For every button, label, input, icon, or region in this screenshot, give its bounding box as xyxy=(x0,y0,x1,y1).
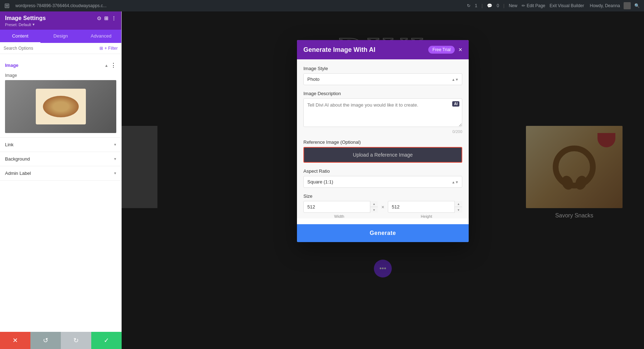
layout-icon[interactable]: ⊞ xyxy=(104,15,108,21)
new-link[interactable]: New xyxy=(509,3,517,8)
modal-overlay: Generate Image With AI Free Trial × Imag… xyxy=(122,11,644,349)
aspect-ratio-label: Aspect Ratio xyxy=(303,168,462,174)
preset-arrow-icon: ▾ xyxy=(33,22,35,27)
confirm-button[interactable]: ✓ xyxy=(91,332,122,349)
generate-image-modal: Generate Image With AI Free Trial × Imag… xyxy=(297,40,469,242)
height-input[interactable] xyxy=(388,201,462,213)
section-background: Background ▾ xyxy=(0,152,121,166)
image-description-label: Image Description xyxy=(303,91,462,96)
counter-badge: 1 xyxy=(475,3,477,8)
comment-icon: 💬 xyxy=(487,3,492,8)
redo-icon: ↻ xyxy=(73,336,79,344)
tab-design[interactable]: Design xyxy=(40,30,81,43)
tab-advanced[interactable]: Advanced xyxy=(81,30,121,43)
generate-button[interactable]: Generate xyxy=(297,224,469,242)
sidebar-title-icons: ⊙ ⊞ ⋮ xyxy=(97,15,116,21)
width-input[interactable] xyxy=(303,201,378,213)
collapse-icon[interactable]: ▲ xyxy=(104,63,108,68)
section-admin-label: Admin Label ▾ xyxy=(0,166,121,181)
modal-footer: Generate xyxy=(297,224,469,242)
chevron-down-icon-3: ▾ xyxy=(114,171,116,176)
page-background: DIVI BAKERY Savory Snacks ••• xyxy=(122,11,644,349)
char-count: 0/200 xyxy=(303,129,462,134)
exit-builder-link[interactable]: Exit Visual Builder xyxy=(550,3,584,8)
reference-image-label: Reference Image (Optional) xyxy=(303,139,462,145)
width-increment-button[interactable]: ▲ xyxy=(370,201,378,207)
pencil-icon: ✏ xyxy=(522,3,525,8)
avatar xyxy=(624,2,631,9)
comment-count: 0 xyxy=(497,3,499,8)
size-group: Size ▲ ▼ × xyxy=(303,193,462,218)
image-preview-box[interactable] xyxy=(5,80,116,133)
free-trial-badge: Free Trial xyxy=(428,46,455,54)
section-link: Link ▾ xyxy=(0,138,121,152)
edit-page-link[interactable]: ✏ Edit Page xyxy=(522,3,545,8)
main-layout: Image Settings ⊙ ⊞ ⋮ Preset: Default ▾ C… xyxy=(0,11,644,349)
image-style-label: Image Style xyxy=(303,66,462,71)
modal-body: Image Style Photo Illustration Abstract … xyxy=(297,59,469,218)
image-style-group: Image Style Photo Illustration Abstract … xyxy=(303,66,462,85)
food-image-thumbnail xyxy=(36,89,86,124)
more-options-icon[interactable]: ⋮ xyxy=(111,15,116,21)
sidebar-tabs: Content Design Advanced xyxy=(0,30,121,43)
content-area: DIVI BAKERY Savory Snacks ••• xyxy=(122,11,644,349)
height-spinners: ▲ ▼ xyxy=(454,201,462,213)
tab-content[interactable]: Content xyxy=(0,30,40,43)
image-style-select[interactable]: Photo Illustration Abstract Cartoon xyxy=(303,73,462,85)
size-labels-row: Width Height xyxy=(303,214,462,218)
height-label: Height xyxy=(391,214,462,218)
section-image-header[interactable]: Image ▲ ⋮ xyxy=(0,58,121,73)
section-link-header[interactable]: Link ▾ xyxy=(0,138,121,152)
preset-label: Preset: Default xyxy=(5,23,31,27)
cancel-button[interactable]: ✕ xyxy=(0,332,30,349)
redo-button[interactable]: ↻ xyxy=(61,332,91,349)
size-separator: × xyxy=(381,204,384,210)
section-image-title: Image xyxy=(5,63,19,68)
section-link-title: Link xyxy=(5,142,14,147)
width-decrement-button[interactable]: ▼ xyxy=(370,207,378,213)
undo-button[interactable]: ↺ xyxy=(30,332,61,349)
height-decrement-button[interactable]: ▼ xyxy=(455,207,462,213)
cancel-icon: ✕ xyxy=(13,336,18,344)
filter-icon: ⊞ xyxy=(99,46,103,51)
confirm-icon: ✓ xyxy=(104,336,109,344)
modal-close-button[interactable]: × xyxy=(458,46,462,54)
sidebar: Image Settings ⊙ ⊞ ⋮ Preset: Default ▾ C… xyxy=(0,11,122,349)
search-icon[interactable]: 🔍 xyxy=(634,3,640,8)
section-admin-label-title: Admin Label xyxy=(5,171,31,176)
image-label: Image xyxy=(5,73,116,78)
undo-icon: ↺ xyxy=(43,336,48,344)
chevron-down-icon-2: ▾ xyxy=(114,157,116,161)
user-greeting: Howdy, Deanna xyxy=(590,3,620,8)
more-icon[interactable]: ⋮ xyxy=(111,62,116,69)
visibility-icon[interactable]: ⊙ xyxy=(97,15,101,21)
image-description-group: Image Description AI 0/200 xyxy=(303,91,462,134)
admin-bar: ⊞ wordpress-784896-3766464.cloudwaysapps… xyxy=(0,0,644,11)
aspect-ratio-group: Aspect Ratio Square (1:1) Landscape (16:… xyxy=(303,168,462,188)
admin-bar-right: Howdy, Deanna 🔍 xyxy=(590,2,640,9)
filter-button[interactable]: ⊞ + Filter xyxy=(99,46,118,51)
sidebar-header: Image Settings ⊙ ⊞ ⋮ Preset: Default ▾ xyxy=(0,11,121,30)
aspect-ratio-select[interactable]: Square (1:1) Landscape (16:9) Portrait (… xyxy=(303,176,462,188)
sidebar-search-bar: ⊞ + Filter xyxy=(0,43,121,54)
search-input[interactable] xyxy=(4,46,99,51)
upload-reference-button[interactable]: Upload a Reference Image xyxy=(303,147,462,163)
section-image-icons: ▲ ⋮ xyxy=(104,62,116,69)
width-spinners: ▲ ▼ xyxy=(370,201,378,213)
modal-header: Generate Image With AI Free Trial × xyxy=(297,40,469,59)
bottom-action-bar: ✕ ↺ ↻ ✓ xyxy=(0,332,122,349)
section-image: Image ▲ ⋮ Image xyxy=(0,58,121,138)
image-description-textarea[interactable] xyxy=(303,98,462,127)
size-row: ▲ ▼ × ▲ ▼ xyxy=(303,201,462,213)
panel-title: Image Settings xyxy=(5,15,46,21)
site-url: wordpress-784896-3766464.cloudwaysapps.c… xyxy=(15,3,461,8)
sidebar-title-row: Image Settings ⊙ ⊞ ⋮ xyxy=(5,15,116,21)
section-admin-label-header[interactable]: Admin Label ▾ xyxy=(0,166,121,180)
height-increment-button[interactable]: ▲ xyxy=(455,201,462,207)
ai-assist-button[interactable]: AI xyxy=(452,101,459,107)
image-preview-inner xyxy=(5,80,116,133)
preset-row: Preset: Default ▾ xyxy=(5,22,116,27)
section-background-header[interactable]: Background ▾ xyxy=(0,152,121,166)
section-background-title: Background xyxy=(5,156,30,162)
aspect-ratio-select-wrapper: Square (1:1) Landscape (16:9) Portrait (… xyxy=(303,176,462,188)
